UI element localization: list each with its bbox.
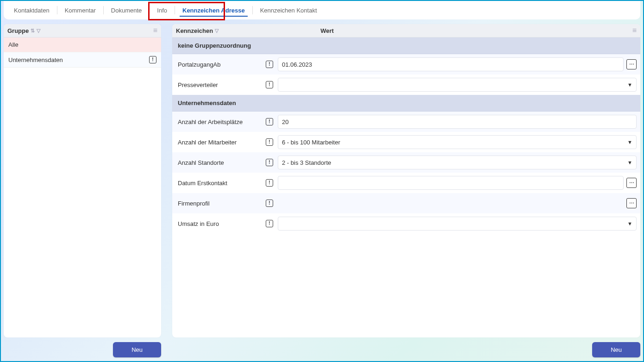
attribute-label: Anzahl der Mitarbeiter [178, 139, 266, 146]
value-wrap: ▼ [278, 78, 637, 92]
attribute-label: Anzahl der Arbeitsplätze [178, 119, 266, 125]
dropdown[interactable]: ▼ [278, 78, 637, 92]
tab-kommentar[interactable]: Kommentar [58, 2, 102, 19]
info-icon[interactable]: ! [266, 81, 273, 88]
group-panel-header: Gruppe ⇅ ▽ ≡ [4, 24, 161, 37]
section-header: keine Gruppenzuordnung [172, 37, 640, 54]
tab-kennzeichen-adresse[interactable]: Kennzeichen Adresse [176, 2, 251, 19]
chevron-down-icon: ▼ [627, 221, 632, 226]
info-icon[interactable]: ! [266, 179, 273, 187]
group-item[interactable]: Alle [4, 37, 161, 52]
info-icon[interactable]: ! [266, 159, 273, 166]
right-column: Kennzeichen ▽ Wert ≡ keine Gruppenzuordn… [172, 24, 640, 358]
attribute-row: Datum Erstkontakt!⋯ [172, 173, 640, 193]
group-panel: Gruppe ⇅ ▽ ≡ AlleUnternehmensdaten! [4, 24, 161, 337]
tab-separator [175, 6, 175, 14]
value-wrap: 20 [278, 115, 637, 129]
attribute-row: Presseverteiler!▼ [172, 75, 640, 95]
value-wrap: 01.06.2023⋯ [278, 57, 637, 71]
attribute-row: Anzahl der Mitarbeiter!6 - bis 100 Mitar… [172, 132, 640, 152]
tab-kontaktdaten[interactable]: Kontaktdaten [7, 2, 56, 19]
text-input[interactable] [278, 176, 624, 190]
left-footer: Neu [4, 337, 161, 358]
tab-info[interactable]: Info [150, 2, 174, 19]
group-item-label: Unternehmensdaten [8, 56, 63, 63]
value-wrap: ⋯ [278, 176, 637, 190]
sort-icon[interactable]: ⇅ [31, 28, 35, 34]
picker-button[interactable]: ⋯ [626, 59, 637, 69]
chevron-down-icon: ▼ [627, 139, 632, 145]
attribute-label: PortalzugangAb [178, 61, 266, 68]
left-column: Gruppe ⇅ ▽ ≡ AlleUnternehmensdaten! Neu [4, 24, 161, 358]
group-header-label: Gruppe [7, 27, 29, 34]
filter-icon[interactable]: ▽ [37, 28, 40, 34]
value-text: 2 - bis 3 Standorte [282, 159, 331, 166]
tab-separator [103, 6, 104, 14]
attr-col1-label: Kennzeichen [176, 27, 213, 34]
value-text: 01.06.2023 [282, 61, 312, 68]
attr-col2-label: Wert [320, 27, 334, 34]
value-wrap: 2 - bis 3 Standorte▼ [278, 156, 637, 169]
attributes-panel-header: Kennzeichen ▽ Wert ≡ [172, 24, 640, 37]
dropdown[interactable]: ▼ [278, 217, 637, 231]
attribute-row: Anzahl Standorte!2 - bis 3 Standorte▼ [172, 152, 640, 173]
attribute-label: Anzahl Standorte [178, 159, 266, 166]
menu-icon[interactable]: ≡ [153, 27, 157, 34]
tab-separator [252, 6, 253, 14]
attribute-row: PortalzugangAb!01.06.2023⋯ [172, 54, 640, 75]
attribute-row: Firmenprofil!⋯ [172, 193, 640, 213]
value-wrap: 6 - bis 100 Mitarbeiter▼ [278, 135, 637, 149]
filter-icon[interactable]: ▽ [215, 28, 219, 34]
picker-button[interactable]: ⋯ [626, 178, 637, 188]
new-attribute-button[interactable]: Neu [592, 342, 640, 357]
info-icon[interactable]: ! [266, 118, 273, 125]
value-wrap: ▼ [278, 217, 637, 231]
text-input[interactable]: 20 [278, 115, 637, 129]
right-footer: Neu [172, 337, 640, 358]
attribute-row: Anzahl der Arbeitsplätze!20 [172, 112, 640, 132]
picker-button[interactable]: ⋯ [626, 198, 637, 208]
info-icon[interactable]: ! [266, 200, 273, 207]
group-list: AlleUnternehmensdaten! [4, 37, 161, 337]
value-text: 20 [282, 119, 288, 125]
section-header: Unternehmensdaten [172, 95, 640, 112]
attribute-label: Presseverteiler [178, 81, 266, 88]
chevron-down-icon: ▼ [627, 160, 632, 165]
tab-separator [57, 6, 57, 14]
tab-bar: KontaktdatenKommentarDokumenteInfoKennze… [4, 1, 640, 19]
tab-kennzeichen-kontakt[interactable]: Kennzeichen Kontakt [254, 2, 324, 19]
tab-separator [149, 6, 150, 14]
info-icon[interactable]: ! [266, 220, 273, 227]
dropdown[interactable]: 2 - bis 3 Standorte▼ [278, 156, 637, 169]
attributes-panel: Kennzeichen ▽ Wert ≡ keine Gruppenzuordn… [172, 24, 640, 337]
attribute-label: Umsatz in Euro [178, 220, 266, 227]
value-text: 6 - bis 100 Mitarbeiter [282, 139, 340, 146]
dropdown[interactable]: 6 - bis 100 Mitarbeiter▼ [278, 135, 637, 149]
attributes-body: keine GruppenzuordnungPortalzugangAb!01.… [172, 37, 640, 337]
new-group-button[interactable]: Neu [113, 342, 161, 357]
info-icon[interactable]: ! [266, 138, 273, 146]
workspace: Gruppe ⇅ ▽ ≡ AlleUnternehmensdaten! Neu … [1, 24, 643, 361]
tab-dokumente[interactable]: Dokumente [105, 2, 148, 19]
text-input[interactable]: 01.06.2023 [278, 57, 624, 71]
info-icon[interactable]: ! [266, 61, 273, 68]
group-item-label: Alle [8, 41, 19, 48]
attribute-row: Umsatz in Euro!▼ [172, 213, 640, 234]
value-wrap: ⋯ [278, 198, 637, 208]
attribute-label: Datum Erstkontakt [178, 180, 266, 187]
chevron-down-icon: ▼ [627, 82, 632, 87]
group-item[interactable]: Unternehmensdaten! [4, 52, 161, 68]
info-icon[interactable]: ! [149, 56, 156, 63]
menu-icon[interactable]: ≡ [632, 27, 637, 34]
attribute-label: Firmenprofil [178, 200, 266, 207]
